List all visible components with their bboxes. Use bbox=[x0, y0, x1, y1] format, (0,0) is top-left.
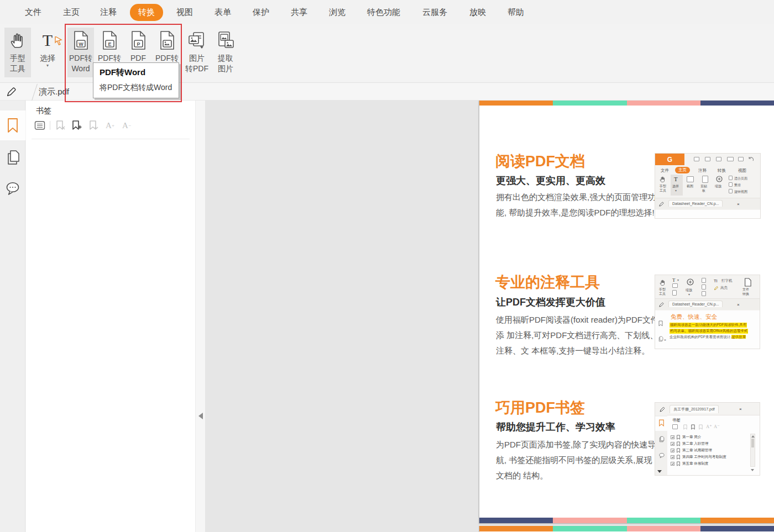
mini-tab-home-active: 主页 bbox=[675, 167, 690, 173]
mini-file-tab: Datasheet_Reader_CN.p... bbox=[668, 301, 723, 307]
section1-heading: 阅读PDF文档 bbox=[495, 151, 585, 171]
mini-bm3 bbox=[698, 424, 703, 430]
pdf-to-word-button[interactable]: W PDF转 Word bbox=[67, 28, 94, 77]
mini-hand-label2: 工具 bbox=[659, 292, 666, 297]
mini-highlight-label: 高亮 bbox=[720, 286, 728, 291]
select-tool-button[interactable]: T 选择 ▾ bbox=[34, 28, 61, 77]
page2-top-color-bar bbox=[479, 526, 774, 531]
menu-tab-view[interactable]: 视图 bbox=[176, 7, 193, 18]
add-bookmark-icon[interactable] bbox=[69, 119, 85, 132]
menu-tab-home[interactable]: 主页 bbox=[63, 7, 80, 18]
pdf-to-word-icon: W bbox=[72, 28, 90, 53]
screenshot-annotation-tools: 手型 工具 T ▾ 缩放 ▾ TI 打字机 高亮 文件 转换 bbox=[655, 275, 760, 349]
section3-heading: 巧用PDF书签 bbox=[495, 398, 585, 418]
bookmark-panel: 书签 A+ A− bbox=[26, 101, 195, 532]
mini-tab-convert: 转换 bbox=[718, 168, 726, 173]
mini-hand-label2: 工具 bbox=[660, 188, 666, 193]
menu-tab-comment[interactable]: 注释 bbox=[100, 7, 117, 18]
increase-font-icon[interactable]: A+ bbox=[102, 119, 118, 132]
collapse-panel-icon[interactable] bbox=[198, 413, 203, 419]
hand-icon bbox=[8, 28, 27, 53]
svg-text:W: W bbox=[79, 41, 83, 47]
mini-scrollbar bbox=[750, 434, 755, 467]
mini-zoom-icon bbox=[687, 278, 694, 286]
section2-heading: 专业的注释工具 bbox=[495, 272, 600, 292]
menu-tab-protect[interactable]: 保护 bbox=[253, 7, 269, 18]
menu-tab-cloud[interactable]: 云服务 bbox=[422, 7, 447, 18]
mini-pencil-icon bbox=[658, 302, 665, 308]
bookmark-icon bbox=[6, 117, 20, 134]
bookmark-panel-toolbar: A+ A− bbox=[32, 118, 135, 133]
mini-hand-icon bbox=[659, 279, 666, 286]
decrease-font-icon[interactable]: A− bbox=[118, 119, 135, 132]
mini-select-icon: T bbox=[674, 176, 678, 182]
image-to-pdf-button[interactable]: 图片 转PDF bbox=[184, 28, 210, 77]
pdf-to-word-tooltip: PDF转Word 将PDF文档转成Word bbox=[93, 62, 179, 98]
menu-tab-file[interactable]: 文件 bbox=[25, 7, 41, 18]
bookmark-chapter-row: 第四章 工作时间与考勤制度 bbox=[671, 455, 726, 460]
page-top-color-bar bbox=[479, 101, 774, 106]
expand-bookmark-icon[interactable] bbox=[85, 119, 102, 132]
page-bottom-color-bar bbox=[479, 518, 774, 523]
select-text-icon: T bbox=[43, 28, 53, 53]
delete-bookmark-icon[interactable] bbox=[52, 119, 69, 132]
tab-edge bbox=[32, 84, 38, 101]
mini-fit-label: 适合页面 bbox=[734, 176, 747, 181]
mini-tab-file: 文件 bbox=[661, 168, 669, 173]
mini-pages-icon bbox=[658, 436, 665, 443]
sidebar-item-comments[interactable] bbox=[0, 173, 25, 203]
navigation-icon-strip bbox=[0, 101, 25, 532]
mini-typewriter: TI bbox=[714, 278, 718, 283]
svg-text:E: E bbox=[108, 41, 111, 47]
mini-zoom-icon bbox=[716, 176, 723, 182]
mini-comment-icon bbox=[658, 452, 665, 459]
mini-a-plus: A⁺ bbox=[706, 424, 712, 429]
mini-doc-title: 免费、快速、安全 bbox=[671, 313, 717, 321]
comment-icon bbox=[5, 181, 20, 196]
menu-tab-form[interactable]: 表单 bbox=[215, 7, 231, 18]
extract-images-button[interactable]: 提取 图片 bbox=[212, 28, 239, 77]
pencil-icon bbox=[6, 86, 18, 100]
bookmark-chapter-row: 第三章 试用期管理 bbox=[671, 448, 712, 453]
bookmark-panel-title: 书签 bbox=[36, 106, 51, 116]
mini-tab-view: 视图 bbox=[738, 168, 746, 173]
pdf-to-image-icon bbox=[158, 28, 176, 53]
mini-select-dd: ▾ bbox=[675, 188, 677, 192]
menu-tab-convert-active[interactable]: 转换 bbox=[130, 4, 163, 21]
mini-reflow-label: 重排 bbox=[734, 183, 741, 188]
mini-file-tab: Datasheet_Reader_CN.p... bbox=[668, 200, 723, 207]
mini-bookmark-icon bbox=[658, 320, 663, 326]
menu-tab-slideshow[interactable]: 放映 bbox=[469, 7, 486, 18]
menu-tab-help[interactable]: 帮助 bbox=[508, 7, 524, 18]
select-tool-label: 选择 bbox=[40, 53, 55, 64]
mini-panel-title: 书签 bbox=[672, 418, 681, 423]
plain-line-3: 企业和政府机构的PDF查看需求而设计,提供批量 bbox=[670, 335, 746, 340]
tooltip-title: PDF转Word bbox=[100, 67, 145, 78]
panel-splitter[interactable] bbox=[195, 101, 205, 532]
mini-doc-icon bbox=[744, 278, 751, 287]
mini-dd: ▾ bbox=[677, 278, 679, 282]
image-to-pdf-label-2: 转PDF bbox=[185, 64, 208, 74]
mini-pencil-icon bbox=[659, 406, 666, 413]
toolbar-separator bbox=[50, 121, 50, 130]
hand-tool-button[interactable]: 手型 工具 bbox=[4, 28, 31, 77]
mini-tab-comment: 注释 bbox=[698, 168, 707, 173]
hand-tool-label-1: 手型 bbox=[10, 53, 25, 64]
foxit-logo: G bbox=[655, 154, 684, 165]
menu-tab-share[interactable]: 共享 bbox=[291, 7, 307, 18]
sidebar-item-pages[interactable] bbox=[0, 143, 25, 172]
extract-images-label-1: 提取 bbox=[218, 53, 233, 64]
select-dropdown-icon: ▾ bbox=[46, 64, 49, 68]
document-tab[interactable]: 演示.pdf bbox=[39, 87, 69, 97]
mini-close-icon: × bbox=[739, 407, 742, 412]
mini-snapshot-label: 截图 bbox=[687, 184, 693, 189]
menu-tab-browse[interactable]: 浏览 bbox=[329, 7, 346, 18]
sidebar-item-bookmarks[interactable] bbox=[0, 110, 25, 140]
svg-text:P: P bbox=[137, 41, 140, 47]
menu-tab-features[interactable]: 特色功能 bbox=[367, 7, 400, 18]
mini-dd: ▾ bbox=[688, 292, 690, 296]
section1-subheading: 更强大、更实用、更高效 bbox=[496, 174, 605, 187]
mini-select-icon: T bbox=[672, 277, 676, 283]
mini-bookmark-icon bbox=[658, 419, 665, 426]
bookmark-options-icon[interactable] bbox=[32, 119, 48, 132]
